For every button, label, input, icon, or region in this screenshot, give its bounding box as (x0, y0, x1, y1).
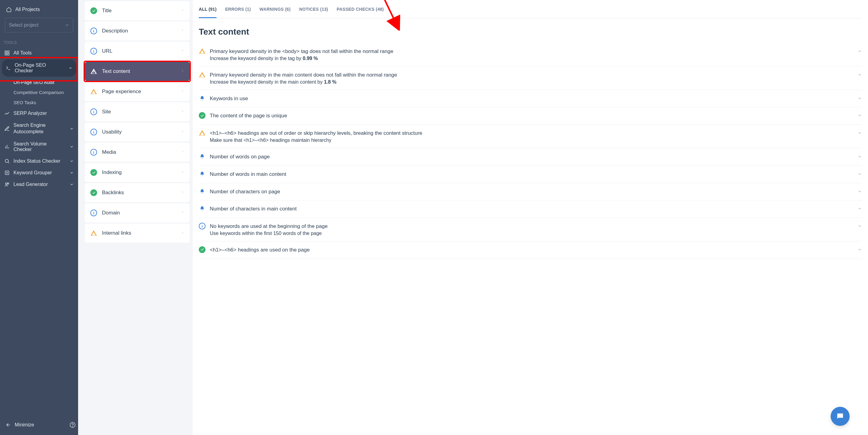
category-page-experience[interactable]: Page experience (85, 82, 190, 101)
chevron-down-icon[interactable] (858, 48, 862, 55)
chevron-up-icon (68, 66, 72, 70)
chevron-right-icon (181, 109, 184, 115)
issue-row[interactable]: Primary keyword density in the main cont… (199, 66, 862, 90)
tools-section-label: TOOLS (0, 35, 78, 47)
issue-subtitle: Increase the keyword density in the main… (210, 79, 853, 85)
issue-row[interactable]: iNo keywords are used at the beginning o… (199, 218, 862, 241)
chevron-right-icon (181, 28, 184, 34)
home-icon (6, 7, 12, 12)
chevron-right-icon (181, 69, 184, 74)
svg-rect-20 (93, 91, 94, 93)
check-icon (90, 7, 97, 14)
category-label: Usability (102, 129, 122, 135)
chevron-down-icon[interactable] (858, 170, 862, 177)
sidebar-item-label: On-Page SEO Checker (15, 62, 65, 73)
svg-rect-19 (93, 72, 94, 73)
sidebar: All Projects Select project TOOLS All To… (0, 0, 78, 435)
all-projects-link[interactable]: All Projects (2, 4, 76, 15)
category-usability[interactable]: iUsability (85, 123, 190, 142)
category-domain[interactable]: iDomain (85, 204, 190, 222)
category-label: Internal links (102, 230, 131, 236)
category-internal-links[interactable]: Internal links (85, 224, 190, 243)
chevron-down-icon[interactable] (858, 130, 862, 136)
info-icon: i (90, 149, 97, 156)
chevron-down-icon[interactable] (858, 71, 862, 78)
issue-title: No keywords are used at the beginning of… (210, 223, 853, 230)
sidebar-item-label: SERP Analyzer (13, 111, 47, 116)
sidebar-item-volume-checker[interactable]: Search Volume Checker (0, 138, 78, 155)
chevron-right-icon (181, 150, 184, 155)
issues-list: Primary keyword density in the <body> ta… (199, 43, 862, 259)
tab-warnings[interactable]: WARNINGS (6) (259, 7, 291, 18)
sidebar-subitem-audit[interactable]: On-Page SEO Audit (0, 77, 78, 87)
tab-errors[interactable]: ERRORS (1) (225, 7, 251, 18)
minimize-button[interactable]: Minimize (2, 420, 37, 430)
category-url[interactable]: iURL (85, 42, 190, 61)
sidebar-item-keyword-grouper[interactable]: Keyword Grouper (0, 167, 78, 179)
chevron-down-icon[interactable] (858, 223, 862, 229)
category-description[interactable]: iDescription (85, 22, 190, 40)
svg-line-9 (8, 162, 9, 163)
issue-title: Primary keyword density in the <body> ta… (210, 48, 853, 55)
chevron-down-icon (65, 23, 69, 27)
issue-title: Keywords in use (210, 95, 853, 102)
sidebar-item-on-page-seo-checker[interactable]: On-Page SEO Checker (2, 59, 76, 76)
category-title[interactable]: Title (85, 1, 190, 20)
highlight-box (84, 61, 191, 82)
chevron-down-icon[interactable] (858, 188, 862, 195)
issue-row[interactable]: Number of words in main content (199, 166, 862, 183)
chevron-down-icon[interactable] (858, 153, 862, 160)
sidebar-item-all-tools[interactable]: All Tools (0, 47, 78, 59)
bell-icon (199, 205, 206, 212)
help-icon[interactable] (69, 422, 76, 428)
sidebar-item-serp-analyzer[interactable]: SERP Analyzer (0, 107, 78, 119)
chat-button[interactable] (831, 407, 849, 426)
category-site[interactable]: iSite (85, 102, 190, 121)
category-indexing[interactable]: Indexing (85, 163, 190, 182)
svg-rect-30 (202, 134, 203, 135)
issue-subtitle: Increase the keyword density in the tag … (210, 56, 853, 61)
grid-icon (4, 50, 10, 56)
sidebar-subitem-comparison[interactable]: Competitive Comparison (0, 87, 78, 97)
issue-row[interactable]: <h1>–<h6> headings are used on the page (199, 241, 862, 259)
issue-title: Primary keyword density in the main cont… (210, 71, 853, 79)
issue-row[interactable]: The content of the page is unique (199, 107, 862, 125)
tab-all[interactable]: ALL (91) (199, 7, 217, 18)
tab-notices[interactable]: NOTICES (13) (299, 7, 328, 18)
users-icon (4, 182, 10, 187)
chevron-right-icon (181, 170, 184, 175)
sidebar-item-autocomplete[interactable]: Search Engine Autocomplete (0, 119, 78, 138)
svg-rect-18 (93, 71, 94, 72)
chevron-down-icon[interactable] (858, 246, 862, 253)
chevron-down-icon[interactable] (858, 95, 862, 102)
tab-passed[interactable]: PASSED CHECKS (48) (337, 7, 384, 18)
warning-icon (90, 68, 97, 75)
svg-rect-25 (202, 51, 203, 52)
sidebar-subitem-tasks[interactable]: SEO Tasks (0, 97, 78, 107)
issue-row[interactable]: Number of characters on page (199, 183, 862, 200)
issue-row[interactable]: Number of words on page (199, 148, 862, 166)
chevron-right-icon (181, 8, 184, 13)
category-media[interactable]: iMedia (85, 143, 190, 162)
svg-rect-29 (202, 132, 203, 134)
category-list: TitleiDescriptioniURLText contentPage ex… (78, 0, 193, 435)
chevron-down-icon[interactable] (858, 112, 862, 119)
issue-row[interactable]: Number of characters in main content (199, 200, 862, 218)
sidebar-item-lead-generator[interactable]: Lead Generator (0, 179, 78, 190)
issue-row[interactable]: Keywords in use (199, 90, 862, 107)
chevron-down-icon (69, 182, 74, 187)
svg-rect-26 (202, 52, 203, 53)
category-text-content[interactable]: Text content (85, 62, 190, 81)
info-icon: i (90, 48, 97, 55)
chevron-down-icon[interactable] (858, 205, 862, 212)
issue-row[interactable]: Primary keyword density in the <body> ta… (199, 43, 862, 66)
issue-row[interactable]: <h1>–<h6> headings are out of order or s… (199, 125, 862, 148)
sidebar-item-label: All Tools (13, 50, 32, 56)
category-label: Description (102, 28, 128, 34)
svg-rect-2 (5, 54, 6, 55)
category-label: Domain (102, 210, 120, 216)
project-select[interactable]: Select project (5, 18, 73, 32)
sidebar-item-index-checker[interactable]: Index Status Checker (0, 155, 78, 167)
category-backlinks[interactable]: Backlinks (85, 183, 190, 202)
issue-title: Number of words on page (210, 153, 853, 160)
